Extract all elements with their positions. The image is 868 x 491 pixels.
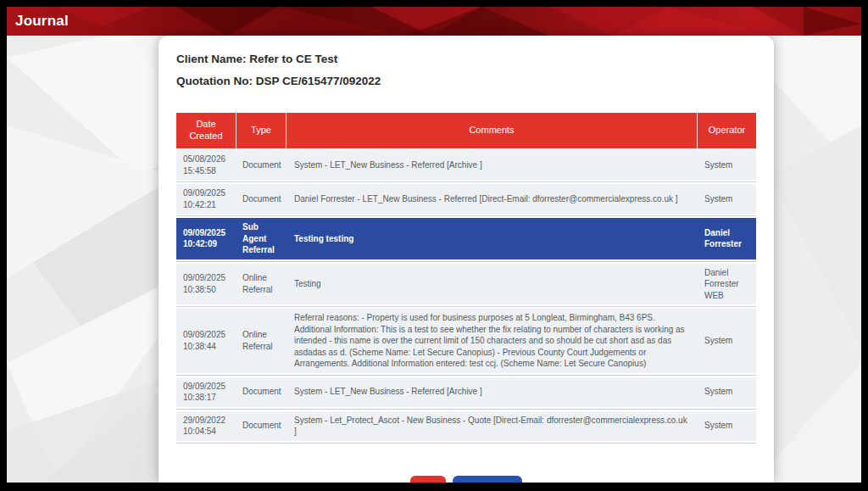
- row-separator: [176, 214, 756, 218]
- cell-comments: System - LET_New Business - Referred [Ar…: [286, 382, 697, 401]
- page-background: Journal Client Name: Refer to CE Test Qu…: [7, 7, 861, 483]
- journal-card: Client Name: Refer to CE Test Quotation …: [159, 36, 774, 483]
- time-value: 10:38:17: [183, 392, 231, 404]
- cell-operator: Daniel Forrester WEB: [697, 264, 756, 305]
- table-body: 05/08/202615:45:58DocumentSystem - LET_N…: [176, 150, 756, 445]
- cell-type: Online Referral: [236, 326, 286, 355]
- cell-operator: System: [697, 416, 756, 435]
- column-header-type: Type: [236, 113, 286, 148]
- table-header-row: Date CreatedTypeCommentsOperator: [176, 113, 756, 148]
- cell-comments: System - Let_Protect_Ascot - New Busines…: [286, 411, 697, 441]
- journal-table: Date CreatedTypeCommentsOperator 05/08/2…: [176, 113, 756, 445]
- row-separator: [176, 373, 756, 377]
- cell-operator: System: [697, 190, 756, 209]
- button-bar: Exit Refer to CE: [176, 476, 756, 483]
- table-row[interactable]: 09/09/202510:38:17DocumentSystem - LET_N…: [176, 377, 756, 407]
- cell-date-created: 09/09/202510:38:17: [176, 377, 236, 407]
- cell-date-created: 09/09/202510:42:21: [176, 184, 236, 214]
- time-value: 10:04:54: [183, 426, 231, 438]
- table-row[interactable]: 05/08/202615:45:58DocumentSystem - LET_N…: [176, 150, 756, 180]
- cell-operator: Daniel Forrester: [697, 224, 756, 254]
- cell-type: Document: [236, 156, 286, 175]
- cell-date-created: 05/08/202615:45:58: [176, 150, 236, 180]
- page-title: Journal: [15, 13, 69, 30]
- date-value: 09/09/2025: [183, 329, 231, 341]
- cell-date-created: 09/09/202510:38:50: [176, 269, 236, 299]
- cell-comments: Daniel Forrester - LET_New Business - Re…: [286, 190, 697, 209]
- row-separator: [176, 180, 756, 184]
- column-header-operator: Operator: [697, 113, 756, 148]
- cell-type: Online Referral: [236, 269, 286, 299]
- cell-type: Document: [236, 190, 286, 209]
- cell-date-created: 09/09/202510:42:09: [176, 224, 236, 254]
- cell-type: Sub Agent Referral: [236, 218, 286, 259]
- table-row[interactable]: 09/09/202510:38:50Online ReferralTesting…: [176, 264, 756, 305]
- exit-button[interactable]: Exit: [410, 476, 446, 483]
- cell-type: Document: [236, 382, 286, 401]
- table-row[interactable]: 09/09/202510:38:44Online ReferralReferra…: [176, 309, 756, 373]
- cell-operator: System: [697, 156, 756, 175]
- cell-date-created: 29/09/202210:04:54: [176, 411, 236, 441]
- cell-comments: Testing: [286, 275, 697, 293]
- cell-operator: System: [697, 332, 756, 350]
- date-value: 09/09/2025: [183, 187, 231, 199]
- column-header-date-created: Date Created: [176, 113, 236, 148]
- cell-operator: System: [697, 382, 756, 401]
- row-separator: [176, 441, 756, 445]
- date-value: 05/08/2026: [183, 153, 231, 165]
- date-value: 09/09/2025: [183, 381, 231, 393]
- cell-type: Document: [236, 416, 286, 435]
- table-row[interactable]: 09/09/202510:42:21DocumentDaniel Forrest…: [176, 184, 756, 214]
- date-value: 29/09/2022: [183, 415, 231, 427]
- quotation-line: Quotation No: DSP CE/615477/092022: [176, 70, 756, 92]
- cell-comments: Referral reasons: - Property is used for…: [286, 309, 697, 373]
- client-name-label: Client Name:: [176, 53, 247, 65]
- title-banner: Journal: [7, 7, 861, 36]
- date-value: 09/09/2025: [183, 227, 231, 239]
- client-name-value: Refer to CE Test: [249, 53, 337, 65]
- cell-comments: Testing testing: [286, 230, 697, 248]
- column-header-comments: Comments: [286, 113, 697, 148]
- table-row[interactable]: 29/09/202210:04:54DocumentSystem - Let_P…: [176, 411, 756, 441]
- table-row-selected[interactable]: 09/09/202510:42:09Sub Agent ReferralTest…: [176, 218, 756, 259]
- cell-comments: System - LET_New Business - Referred [Ar…: [286, 156, 697, 175]
- row-separator: [176, 407, 756, 411]
- time-value: 10:42:09: [183, 238, 231, 250]
- time-value: 10:38:44: [183, 341, 231, 353]
- quotation-label: Quotation No:: [176, 75, 253, 87]
- time-value: 15:45:58: [183, 165, 231, 177]
- quotation-value: DSP CE/615477/092022: [256, 75, 381, 87]
- row-separator: [176, 304, 756, 309]
- banner-facet-art: [7, 7, 861, 36]
- row-separator: [176, 259, 756, 264]
- date-value: 09/09/2025: [183, 272, 231, 284]
- client-name-line: Client Name: Refer to CE Test: [176, 48, 756, 70]
- time-value: 10:42:21: [183, 199, 231, 211]
- cell-date-created: 09/09/202510:38:44: [176, 326, 236, 355]
- time-value: 10:38:50: [183, 284, 231, 296]
- refer-to-ce-button[interactable]: Refer to CE: [453, 476, 522, 483]
